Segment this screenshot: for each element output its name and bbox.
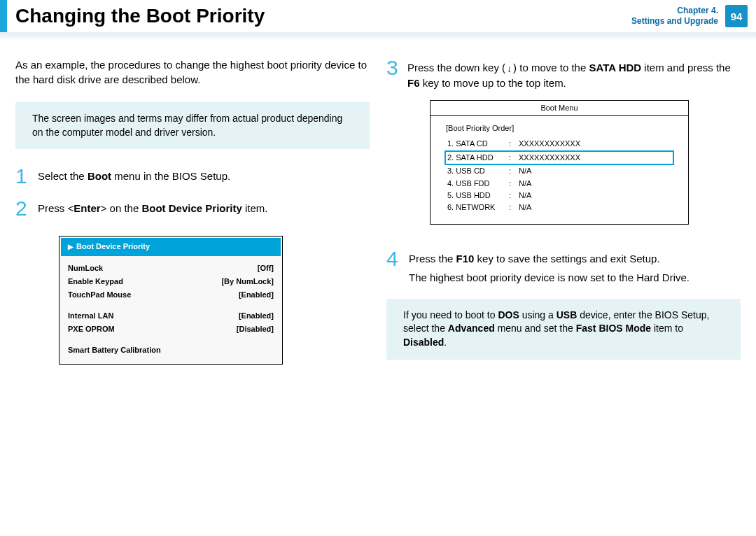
step-number-icon: 3 bbox=[386, 57, 402, 90]
bios-separator bbox=[68, 337, 274, 344]
boot-item: 6. NETWORK:N/A bbox=[446, 202, 673, 213]
right-column: 3 Press the down key (↓) to move to the … bbox=[386, 57, 741, 376]
step-number-icon: 1 bbox=[15, 166, 31, 187]
step-number-icon: 2 bbox=[15, 198, 31, 219]
bios-row: Enable Keypad[By NumLock] bbox=[68, 275, 274, 288]
chapter-line1: Chapter 4. bbox=[631, 6, 718, 16]
intro-paragraph: As an example, the procedures to change … bbox=[15, 57, 370, 87]
step-4-body: Press the F10 key to save the settings a… bbox=[409, 248, 741, 285]
bios-header-row: ▶Boot Device Priority bbox=[61, 238, 281, 255]
boot-menu-preview: Boot Menu [Boot Priority Order] 1. SATA … bbox=[430, 100, 689, 225]
page-title: Changing the Boot Priority bbox=[15, 5, 265, 27]
boot-items-list: 1. SATA CD:XXXXXXXXXXXX2. SATA HDD:XXXXX… bbox=[446, 138, 673, 213]
step-1-body: Select the Boot menu in the BIOS Setup. bbox=[38, 166, 370, 187]
step-4-line2: The highest boot priority device is now … bbox=[409, 270, 741, 285]
bios-row: NumLock[Off] bbox=[68, 262, 274, 275]
bios-header-label: Boot Device Priority bbox=[76, 242, 150, 251]
step-number-icon: 4 bbox=[386, 248, 402, 285]
note1-text: The screen images and terms may differ f… bbox=[32, 113, 342, 138]
header-right: Chapter 4. Settings and Upgrade 94 bbox=[631, 5, 756, 27]
content-columns: As an example, the procedures to change … bbox=[0, 41, 756, 376]
bios-separator bbox=[68, 302, 274, 309]
boot-item: 5. USB HDD:N/A bbox=[446, 190, 673, 202]
bios-footer-label: Smart Battery Calibration bbox=[68, 345, 161, 355]
boot-menu-title: Boot Menu bbox=[430, 101, 688, 116]
step-3-body: Press the down key (↓) to move to the SA… bbox=[407, 57, 741, 90]
step-2-body: Press <Enter> on the Boot Device Priorit… bbox=[38, 198, 370, 219]
header-shadow bbox=[0, 34, 756, 41]
boot-item: 3. USB CD:N/A bbox=[446, 165, 673, 177]
note-box-1: The screen images and terms may differ f… bbox=[15, 102, 370, 149]
boot-menu-body: [Boot Priority Order] 1. SATA CD:XXXXXXX… bbox=[430, 116, 688, 224]
down-arrow-icon: ↓ bbox=[507, 63, 512, 74]
bios-footer-row: Smart Battery Calibration bbox=[68, 344, 274, 357]
left-column: As an example, the procedures to change … bbox=[15, 57, 370, 376]
chapter-info: Chapter 4. Settings and Upgrade bbox=[631, 6, 718, 27]
chapter-line2: Settings and Upgrade bbox=[631, 16, 718, 27]
boot-item: 2. SATA HDD:XXXXXXXXXXXX bbox=[444, 150, 674, 165]
bios-row: PXE OPROM[Disabled] bbox=[68, 323, 274, 336]
bios-setup-preview: ▶Boot Device Priority NumLock[Off]Enable… bbox=[59, 236, 283, 365]
bios-group1: NumLock[Off]Enable Keypad[By NumLock]Tou… bbox=[68, 262, 274, 302]
page-header: Changing the Boot Priority Chapter 4. Se… bbox=[0, 0, 756, 34]
step-1: 1 Select the Boot menu in the BIOS Setup… bbox=[15, 166, 370, 187]
step-2: 2 Press <Enter> on the Boot Device Prior… bbox=[15, 198, 370, 219]
page-number: 94 bbox=[725, 5, 748, 27]
note-box-2: If you need to boot to DOS using a USB d… bbox=[386, 299, 741, 360]
boot-item: 4. USB FDD:N/A bbox=[446, 178, 673, 190]
bios-rows: NumLock[Off]Enable Keypad[By NumLock]Tou… bbox=[59, 258, 282, 364]
step-4-line1: Press the F10 key to save the settings a… bbox=[409, 251, 741, 266]
step-3: 3 Press the down key (↓) to move to the … bbox=[386, 57, 741, 90]
bios-group2: Internal LAN[Enabled]PXE OPROM[Disabled] bbox=[68, 309, 274, 337]
boot-item: 1. SATA CD:XXXXXXXXXXXX bbox=[446, 138, 673, 150]
bios-row: TouchPad Mouse[Enabled] bbox=[68, 288, 274, 302]
boot-section-label: [Boot Priority Order] bbox=[446, 123, 673, 134]
step-4: 4 Press the F10 key to save the settings… bbox=[386, 248, 741, 285]
bios-row: Internal LAN[Enabled] bbox=[68, 309, 274, 323]
triangle-right-icon: ▶ bbox=[68, 243, 74, 251]
